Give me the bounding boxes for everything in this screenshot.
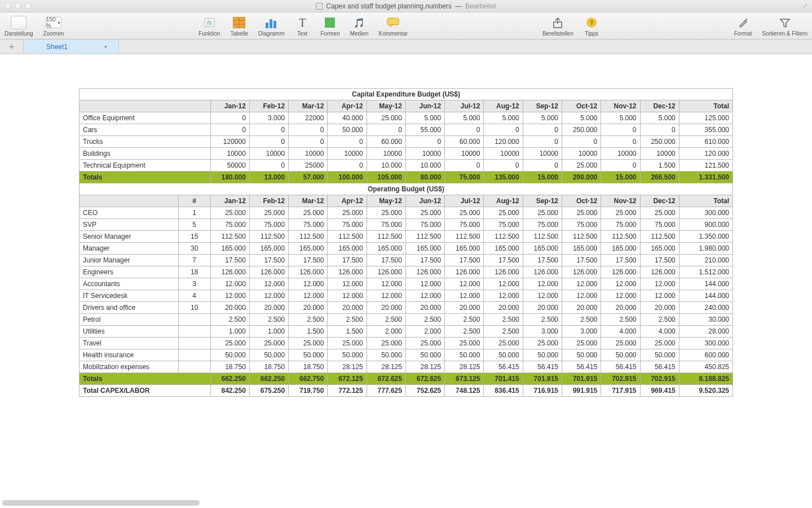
cell[interactable]: 250.000 — [640, 136, 679, 148]
cell[interactable] — [178, 338, 210, 349]
cell[interactable]: 20.000 — [328, 302, 367, 314]
format-button[interactable]: Format — [734, 16, 752, 37]
horizontal-scrollbar[interactable] — [2, 500, 200, 506]
cell[interactable]: 50.000 — [328, 349, 367, 361]
cell[interactable]: 2.500 — [562, 314, 601, 326]
cell[interactable]: 17.500 — [367, 255, 405, 266]
cell[interactable]: Jul-12 — [445, 100, 484, 112]
cell[interactable]: 8.188.825 — [679, 373, 732, 385]
cell[interactable]: 10000 — [249, 148, 288, 160]
cell[interactable]: 20.000 — [640, 302, 679, 314]
cell[interactable]: 12.000 — [249, 290, 288, 302]
cell[interactable]: 112.500 — [367, 231, 405, 243]
cell[interactable]: 2.500 — [367, 314, 405, 326]
cell[interactable]: 673.125 — [445, 373, 484, 385]
cell[interactable]: 25.000 — [484, 338, 523, 349]
cell[interactable]: 135.000 — [484, 172, 523, 183]
cell[interactable]: 18.750 — [249, 361, 288, 373]
cell[interactable]: 900.000 — [679, 219, 732, 231]
cell[interactable]: 50.000 — [328, 124, 367, 136]
chart-button[interactable]: Diagramm — [258, 16, 284, 37]
cell[interactable]: 75.000 — [328, 219, 367, 231]
cell[interactable]: 80.000 — [405, 172, 444, 183]
cell[interactable]: Apr-12 — [328, 100, 367, 112]
cell[interactable]: 50.000 — [367, 349, 405, 361]
table-button[interactable]: Tabelle — [230, 16, 248, 37]
cell[interactable]: Aug-12 — [484, 195, 523, 207]
cell[interactable]: 25.000 — [445, 207, 484, 219]
cell[interactable]: 836.415 — [484, 385, 523, 397]
sort-filter-button[interactable]: Sortieren & Filtern — [762, 16, 807, 37]
cell[interactable]: 15 — [178, 231, 210, 243]
cell[interactable]: 112.500 — [523, 231, 562, 243]
cell[interactable]: Jan-12 — [210, 195, 249, 207]
cell[interactable]: 0 — [249, 136, 288, 148]
cell[interactable]: 165.000 — [640, 243, 679, 255]
cell[interactable]: 12.000 — [523, 290, 562, 302]
cell[interactable]: 2.500 — [405, 314, 444, 326]
cell[interactable]: 28.125 — [367, 361, 405, 373]
cell[interactable]: 25.000 — [328, 207, 367, 219]
cell[interactable]: 126.000 — [484, 266, 523, 278]
cell[interactable]: 112.500 — [484, 231, 523, 243]
cell[interactable]: 20.000 — [484, 302, 523, 314]
sheet-tab-active[interactable]: Sheet1 — [24, 40, 119, 54]
cell[interactable]: 75.000 — [484, 219, 523, 231]
cell[interactable]: 7 — [178, 255, 210, 266]
cell[interactable]: Jun-12 — [405, 195, 444, 207]
cell[interactable]: 56.415 — [562, 361, 601, 373]
cell[interactable]: SVP — [80, 219, 179, 231]
cell[interactable]: 4 — [178, 290, 210, 302]
cell[interactable]: 25.000 — [210, 207, 249, 219]
cell[interactable]: 10000 — [523, 148, 562, 160]
cell[interactable]: 662.250 — [210, 373, 249, 385]
cell[interactable] — [178, 326, 210, 338]
cell[interactable]: 50.000 — [289, 349, 328, 361]
cell[interactable]: 1.350.000 — [679, 231, 732, 243]
cell[interactable]: 12.000 — [328, 278, 367, 290]
cell[interactable]: 772.125 — [328, 385, 367, 397]
cell[interactable]: 112.500 — [601, 231, 640, 243]
cell[interactable]: 25.000 — [601, 207, 640, 219]
cell[interactable]: 165.000 — [405, 243, 444, 255]
cell[interactable]: 112.500 — [405, 231, 444, 243]
cell[interactable]: 0 — [249, 160, 288, 172]
cell[interactable]: 5.000 — [445, 112, 484, 124]
zoom-icon[interactable] — [25, 3, 31, 9]
cell[interactable]: 2.500 — [640, 314, 679, 326]
cell[interactable]: 17.500 — [601, 255, 640, 266]
cell[interactable]: 240.000 — [679, 302, 732, 314]
cell[interactable]: 2.500 — [484, 326, 523, 338]
cell[interactable]: 25.000 — [562, 207, 601, 219]
cell[interactable]: 991.915 — [562, 385, 601, 397]
cell[interactable]: 165.000 — [328, 243, 367, 255]
cell[interactable] — [178, 361, 210, 373]
cell[interactable]: 165.000 — [484, 243, 523, 255]
cell[interactable]: 672.125 — [328, 373, 367, 385]
cell[interactable]: 25.000 — [249, 207, 288, 219]
cell[interactable]: 9.520.325 — [679, 385, 732, 397]
cell[interactable]: Jan-12 — [210, 100, 249, 112]
cell[interactable]: 17.500 — [249, 255, 288, 266]
cell[interactable]: 56.415 — [601, 361, 640, 373]
cell[interactable]: 2.500 — [210, 314, 249, 326]
cell[interactable]: 75.000 — [562, 219, 601, 231]
cell[interactable]: 2.000 — [405, 326, 444, 338]
cell[interactable]: 777.625 — [367, 385, 405, 397]
cell[interactable]: 662.750 — [289, 373, 328, 385]
cell[interactable]: 300.000 — [679, 207, 732, 219]
cell[interactable] — [80, 195, 179, 207]
cell[interactable]: Utilities — [80, 326, 179, 338]
cell[interactable]: 25000 — [289, 160, 328, 172]
cell[interactable]: 2.500 — [484, 314, 523, 326]
cell[interactable]: 12.000 — [367, 278, 405, 290]
cell[interactable]: 30 — [178, 243, 210, 255]
cell[interactable]: 250.000 — [562, 124, 601, 136]
cell[interactable]: 1.980.000 — [679, 243, 732, 255]
cell[interactable]: Junior Manager — [80, 255, 179, 266]
cell[interactable]: 5.000 — [562, 112, 601, 124]
cell[interactable]: 12.000 — [601, 278, 640, 290]
cell[interactable]: Buildings — [80, 148, 211, 160]
cell[interactable]: Sep-12 — [523, 100, 562, 112]
comment-button[interactable]: Kommentar — [379, 16, 408, 37]
